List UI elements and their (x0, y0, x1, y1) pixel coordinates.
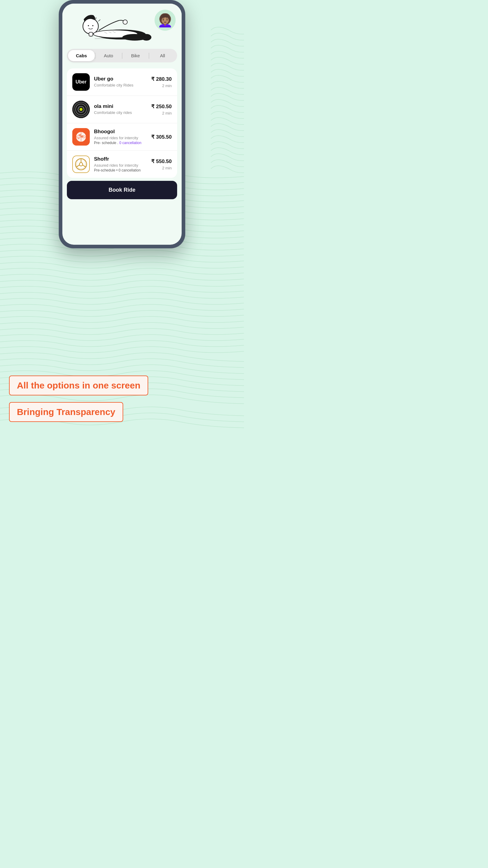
uber-price: ₹ 280.30 (151, 76, 172, 82)
svg-point-11 (92, 25, 93, 26)
uber-info: Uber go Comfortable city Rides (94, 76, 147, 88)
shoffr-desc: Assured rides for intercity (94, 163, 147, 167)
ola-name: ola mini (94, 103, 147, 110)
uber-name: Uber go (94, 76, 147, 82)
bhoogol-logo (72, 128, 90, 146)
tagline-text-2: Bringing Transparency (17, 407, 116, 417)
uber-price-area: ₹ 280.30 2 min (151, 76, 172, 88)
shoffr-logo (72, 156, 90, 173)
bhoogol-tags: Pre- schedule . 0 cancellation (94, 141, 147, 145)
bhoogol-price: ₹ 305.50 (151, 134, 172, 140)
ola-logo (72, 101, 90, 118)
ola-time: 2 min (151, 111, 172, 116)
tagline-box-1: All the options in one screen (9, 375, 148, 396)
cancellation-link[interactable]: 0 cancellation (119, 141, 141, 145)
tabs-container: Cabs Auto Bike All (62, 46, 182, 67)
bottom-section: All the options in one screen Bringing T… (0, 370, 244, 434)
uber-desc: Comfortable city Rides (94, 83, 147, 87)
ride-item-shoffr[interactable]: Shoffr Assured rides for intercity Pre-s… (67, 151, 177, 178)
avatar: 👩🏽‍🦱 (155, 10, 175, 31)
shoffr-info: Shoffr Assured rides for intercity Pre-s… (94, 156, 147, 173)
book-ride-button[interactable]: Book Ride (67, 181, 177, 199)
tab-auto[interactable]: Auto (95, 50, 122, 61)
illustration-area: 👩🏽‍🦱 (62, 4, 182, 46)
ola-desc: Comfortable city rides (94, 110, 147, 115)
phone-frame: 👩🏽‍🦱 Cabs Auto Bike All (59, 0, 185, 248)
ride-item-bhoogol[interactable]: Bhoogol Assured rides for intercity Pre-… (67, 123, 177, 151)
tab-cabs[interactable]: Cabs (68, 50, 95, 61)
tagline-text-1: All the options in one screen (17, 380, 140, 390)
ola-info: ola mini Comfortable city rides (94, 103, 147, 116)
tab-all[interactable]: All (149, 50, 176, 61)
svg-line-13 (96, 18, 96, 20)
character-illustration (65, 10, 155, 43)
uber-logo: Uber (72, 73, 90, 91)
ride-item-ola[interactable]: ola mini Comfortable city rides ₹ 250.50… (67, 96, 177, 123)
svg-line-14 (92, 16, 92, 19)
ola-price-area: ₹ 250.50 2 min (151, 103, 172, 116)
tabs-bar: Cabs Auto Bike All (67, 49, 177, 62)
shoffr-price: ₹ 550.50 (151, 158, 172, 164)
bhoogol-desc: Assured rides for intercity (94, 135, 147, 140)
tagline-box-2: Bringing Transparency (9, 402, 123, 422)
shoffr-name: Shoffr (94, 156, 147, 162)
ola-price: ₹ 250.50 (151, 103, 172, 110)
tab-bike[interactable]: Bike (122, 50, 149, 61)
bhoogol-info: Bhoogol Assured rides for intercity Pre-… (94, 129, 147, 145)
svg-point-9 (141, 34, 152, 41)
svg-point-20 (79, 108, 83, 111)
uber-time: 2 min (151, 84, 172, 88)
svg-rect-2 (89, 32, 93, 36)
shoffr-tags: Pre-schedule • 0 cancellation (94, 168, 147, 173)
svg-point-4 (123, 20, 127, 24)
shoffr-time: 2 min (151, 166, 172, 170)
shoffr-price-area: ₹ 550.50 2 min (151, 158, 172, 170)
ride-item-uber[interactable]: Uber Uber go Comfortable city Rides ₹ 28… (67, 68, 177, 96)
svg-point-10 (88, 25, 89, 26)
rides-list: Uber Uber go Comfortable city Rides ₹ 28… (67, 68, 177, 178)
bhoogol-price-area: ₹ 305.50 (151, 134, 172, 140)
bhoogol-name: Bhoogol (94, 129, 147, 135)
svg-line-12 (98, 20, 100, 22)
book-ride-container: Book Ride (67, 181, 177, 199)
